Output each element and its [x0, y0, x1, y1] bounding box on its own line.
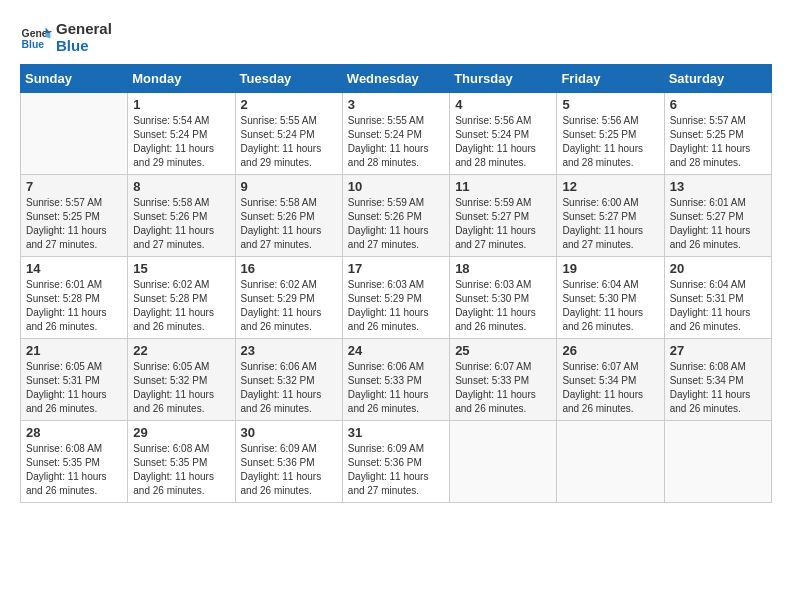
day-number: 10: [348, 179, 444, 194]
day-info: Sunrise: 6:02 AM Sunset: 5:29 PM Dayligh…: [241, 278, 337, 334]
day-number: 22: [133, 343, 229, 358]
day-info: Sunrise: 6:07 AM Sunset: 5:34 PM Dayligh…: [562, 360, 658, 416]
day-number: 13: [670, 179, 766, 194]
day-number: 12: [562, 179, 658, 194]
calendar-cell: 30Sunrise: 6:09 AM Sunset: 5:36 PM Dayli…: [235, 421, 342, 503]
day-info: Sunrise: 6:03 AM Sunset: 5:29 PM Dayligh…: [348, 278, 444, 334]
day-info: Sunrise: 5:56 AM Sunset: 5:25 PM Dayligh…: [562, 114, 658, 170]
day-number: 11: [455, 179, 551, 194]
logo-blue: Blue: [56, 37, 112, 54]
day-number: 7: [26, 179, 122, 194]
day-number: 23: [241, 343, 337, 358]
col-header-friday: Friday: [557, 65, 664, 93]
col-header-saturday: Saturday: [664, 65, 771, 93]
col-header-sunday: Sunday: [21, 65, 128, 93]
day-number: 1: [133, 97, 229, 112]
day-number: 19: [562, 261, 658, 276]
calendar-header-row: SundayMondayTuesdayWednesdayThursdayFrid…: [21, 65, 772, 93]
day-info: Sunrise: 6:08 AM Sunset: 5:35 PM Dayligh…: [26, 442, 122, 498]
calendar-cell: 3Sunrise: 5:55 AM Sunset: 5:24 PM Daylig…: [342, 93, 449, 175]
day-number: 15: [133, 261, 229, 276]
calendar-cell: 15Sunrise: 6:02 AM Sunset: 5:28 PM Dayli…: [128, 257, 235, 339]
calendar-cell: 26Sunrise: 6:07 AM Sunset: 5:34 PM Dayli…: [557, 339, 664, 421]
calendar-table: SundayMondayTuesdayWednesdayThursdayFrid…: [20, 64, 772, 503]
calendar-cell: 8Sunrise: 5:58 AM Sunset: 5:26 PM Daylig…: [128, 175, 235, 257]
calendar-week-row: 21Sunrise: 6:05 AM Sunset: 5:31 PM Dayli…: [21, 339, 772, 421]
day-info: Sunrise: 5:55 AM Sunset: 5:24 PM Dayligh…: [348, 114, 444, 170]
day-info: Sunrise: 5:59 AM Sunset: 5:26 PM Dayligh…: [348, 196, 444, 252]
day-number: 8: [133, 179, 229, 194]
day-info: Sunrise: 6:04 AM Sunset: 5:31 PM Dayligh…: [670, 278, 766, 334]
day-number: 27: [670, 343, 766, 358]
day-number: 29: [133, 425, 229, 440]
day-info: Sunrise: 6:01 AM Sunset: 5:28 PM Dayligh…: [26, 278, 122, 334]
day-info: Sunrise: 6:03 AM Sunset: 5:30 PM Dayligh…: [455, 278, 551, 334]
day-info: Sunrise: 6:05 AM Sunset: 5:32 PM Dayligh…: [133, 360, 229, 416]
day-info: Sunrise: 5:59 AM Sunset: 5:27 PM Dayligh…: [455, 196, 551, 252]
day-number: 2: [241, 97, 337, 112]
day-number: 26: [562, 343, 658, 358]
day-info: Sunrise: 5:58 AM Sunset: 5:26 PM Dayligh…: [133, 196, 229, 252]
day-number: 17: [348, 261, 444, 276]
calendar-cell: [21, 93, 128, 175]
day-info: Sunrise: 6:06 AM Sunset: 5:32 PM Dayligh…: [241, 360, 337, 416]
calendar-week-row: 7Sunrise: 5:57 AM Sunset: 5:25 PM Daylig…: [21, 175, 772, 257]
calendar-cell: 27Sunrise: 6:08 AM Sunset: 5:34 PM Dayli…: [664, 339, 771, 421]
day-number: 31: [348, 425, 444, 440]
calendar-cell: 19Sunrise: 6:04 AM Sunset: 5:30 PM Dayli…: [557, 257, 664, 339]
logo-icon: General Blue: [20, 21, 52, 53]
calendar-cell: 5Sunrise: 5:56 AM Sunset: 5:25 PM Daylig…: [557, 93, 664, 175]
calendar-cell: 11Sunrise: 5:59 AM Sunset: 5:27 PM Dayli…: [450, 175, 557, 257]
calendar-week-row: 1Sunrise: 5:54 AM Sunset: 5:24 PM Daylig…: [21, 93, 772, 175]
day-number: 3: [348, 97, 444, 112]
calendar-cell: 17Sunrise: 6:03 AM Sunset: 5:29 PM Dayli…: [342, 257, 449, 339]
calendar-cell: 4Sunrise: 5:56 AM Sunset: 5:24 PM Daylig…: [450, 93, 557, 175]
page-header: General Blue General Blue: [20, 20, 772, 54]
day-info: Sunrise: 6:05 AM Sunset: 5:31 PM Dayligh…: [26, 360, 122, 416]
day-info: Sunrise: 6:09 AM Sunset: 5:36 PM Dayligh…: [348, 442, 444, 498]
day-number: 5: [562, 97, 658, 112]
day-number: 14: [26, 261, 122, 276]
day-number: 4: [455, 97, 551, 112]
calendar-cell: 14Sunrise: 6:01 AM Sunset: 5:28 PM Dayli…: [21, 257, 128, 339]
calendar-cell: 31Sunrise: 6:09 AM Sunset: 5:36 PM Dayli…: [342, 421, 449, 503]
logo-general: General: [56, 20, 112, 37]
calendar-cell: 18Sunrise: 6:03 AM Sunset: 5:30 PM Dayli…: [450, 257, 557, 339]
calendar-cell: 12Sunrise: 6:00 AM Sunset: 5:27 PM Dayli…: [557, 175, 664, 257]
day-info: Sunrise: 6:01 AM Sunset: 5:27 PM Dayligh…: [670, 196, 766, 252]
calendar-cell: [664, 421, 771, 503]
calendar-cell: 28Sunrise: 6:08 AM Sunset: 5:35 PM Dayli…: [21, 421, 128, 503]
day-number: 16: [241, 261, 337, 276]
calendar-cell: [557, 421, 664, 503]
calendar-cell: 9Sunrise: 5:58 AM Sunset: 5:26 PM Daylig…: [235, 175, 342, 257]
day-info: Sunrise: 6:02 AM Sunset: 5:28 PM Dayligh…: [133, 278, 229, 334]
day-number: 25: [455, 343, 551, 358]
day-info: Sunrise: 5:55 AM Sunset: 5:24 PM Dayligh…: [241, 114, 337, 170]
logo: General Blue General Blue: [20, 20, 112, 54]
calendar-week-row: 14Sunrise: 6:01 AM Sunset: 5:28 PM Dayli…: [21, 257, 772, 339]
day-info: Sunrise: 6:09 AM Sunset: 5:36 PM Dayligh…: [241, 442, 337, 498]
svg-text:Blue: Blue: [22, 39, 45, 50]
day-info: Sunrise: 6:08 AM Sunset: 5:34 PM Dayligh…: [670, 360, 766, 416]
day-info: Sunrise: 5:58 AM Sunset: 5:26 PM Dayligh…: [241, 196, 337, 252]
day-info: Sunrise: 5:56 AM Sunset: 5:24 PM Dayligh…: [455, 114, 551, 170]
calendar-cell: 22Sunrise: 6:05 AM Sunset: 5:32 PM Dayli…: [128, 339, 235, 421]
calendar-cell: 24Sunrise: 6:06 AM Sunset: 5:33 PM Dayli…: [342, 339, 449, 421]
calendar-cell: 23Sunrise: 6:06 AM Sunset: 5:32 PM Dayli…: [235, 339, 342, 421]
day-info: Sunrise: 5:54 AM Sunset: 5:24 PM Dayligh…: [133, 114, 229, 170]
day-info: Sunrise: 6:07 AM Sunset: 5:33 PM Dayligh…: [455, 360, 551, 416]
day-info: Sunrise: 5:57 AM Sunset: 5:25 PM Dayligh…: [26, 196, 122, 252]
col-header-monday: Monday: [128, 65, 235, 93]
day-number: 30: [241, 425, 337, 440]
day-info: Sunrise: 6:08 AM Sunset: 5:35 PM Dayligh…: [133, 442, 229, 498]
calendar-cell: 29Sunrise: 6:08 AM Sunset: 5:35 PM Dayli…: [128, 421, 235, 503]
day-info: Sunrise: 6:04 AM Sunset: 5:30 PM Dayligh…: [562, 278, 658, 334]
day-number: 9: [241, 179, 337, 194]
calendar-cell: 6Sunrise: 5:57 AM Sunset: 5:25 PM Daylig…: [664, 93, 771, 175]
calendar-cell: 2Sunrise: 5:55 AM Sunset: 5:24 PM Daylig…: [235, 93, 342, 175]
calendar-cell: [450, 421, 557, 503]
calendar-cell: 7Sunrise: 5:57 AM Sunset: 5:25 PM Daylig…: [21, 175, 128, 257]
day-number: 24: [348, 343, 444, 358]
day-number: 28: [26, 425, 122, 440]
day-number: 6: [670, 97, 766, 112]
